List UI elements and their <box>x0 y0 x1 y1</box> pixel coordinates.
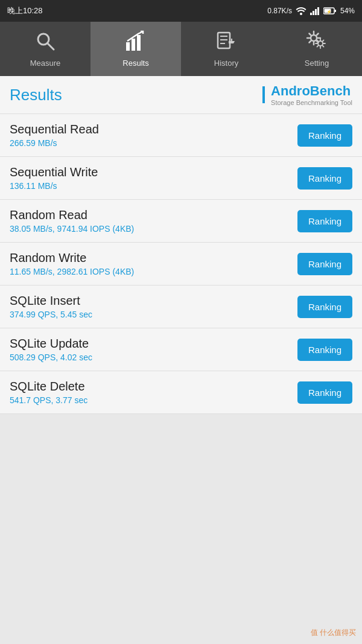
signal-icon <box>310 7 320 15</box>
svg-text:⚡: ⚡ <box>326 9 332 14</box>
tab-results[interactable]: Results <box>91 22 181 76</box>
measure-icon <box>34 30 56 55</box>
ranking-button-4[interactable]: Ranking <box>297 296 352 318</box>
ranking-button-3[interactable]: Ranking <box>297 253 352 275</box>
result-name: SQLite Insert <box>10 294 92 308</box>
tab-measure[interactable]: Measure <box>0 22 91 76</box>
tab-history-label: History <box>214 59 238 68</box>
tab-measure-label: Measure <box>30 59 61 68</box>
result-item-sqlite-insert: SQLite Insert 374.99 QPS, 5.45 sec Ranki… <box>0 285 362 328</box>
results-list: Sequential Read 266.59 MB/s Ranking Sequ… <box>0 114 362 414</box>
history-icon <box>215 30 237 55</box>
result-name: Random Write <box>10 251 134 265</box>
battery-icon: ⚡ <box>323 7 337 14</box>
result-info: Random Read 38.05 MB/s, 9741.94 IOPS (4K… <box>10 208 134 234</box>
brand-rest: Bench <box>310 83 351 98</box>
result-name: SQLite Delete <box>10 380 87 394</box>
result-value: 38.05 MB/s, 9741.94 IOPS (4KB) <box>10 224 134 234</box>
results-icon <box>125 30 147 55</box>
result-item-sequential-read: Sequential Read 266.59 MB/s Ranking <box>0 114 362 157</box>
result-info: Sequential Write 136.11 MB/s <box>10 165 98 191</box>
wifi-icon <box>296 7 306 15</box>
svg-point-20 <box>311 35 317 41</box>
page-title: Results <box>10 86 62 104</box>
nav-tabs: Measure Results History <box>0 22 362 76</box>
network-speed: 0.87K/s <box>267 7 292 15</box>
svg-line-10 <box>48 43 54 49</box>
result-item-sequential-write: Sequential Write 136.11 MB/s Ranking <box>0 157 362 200</box>
result-info: SQLite Delete 541.7 QPS, 3.77 sec <box>10 380 87 405</box>
result-value: 266.59 MB/s <box>10 138 99 148</box>
result-info: Random Write 11.65 MB/s, 2982.61 IOPS (4… <box>10 251 134 276</box>
result-item-random-read: Random Read 38.05 MB/s, 9741.94 IOPS (4K… <box>0 200 362 243</box>
result-info: SQLite Update 508.29 QPS, 4.02 sec <box>10 337 92 362</box>
ranking-button-0[interactable]: Ranking <box>297 124 352 147</box>
result-value: 508.29 QPS, 4.02 sec <box>10 352 92 362</box>
svg-rect-3 <box>315 9 317 15</box>
svg-point-0 <box>300 13 302 15</box>
status-right: 0.87K/s ⚡ 54% <box>267 7 355 15</box>
result-name: Random Read <box>10 208 134 222</box>
result-info: SQLite Insert 374.99 QPS, 5.45 sec <box>10 294 92 319</box>
tab-setting-label: Setting <box>305 59 329 68</box>
svg-rect-13 <box>137 35 141 51</box>
tab-setting[interactable]: Setting <box>272 22 362 76</box>
svg-rect-7 <box>334 10 336 12</box>
svg-rect-11 <box>126 42 130 51</box>
brand-name: AndroBench <box>271 83 352 99</box>
result-value: 541.7 QPS, 3.77 sec <box>10 395 87 405</box>
result-item-random-write: Random Write 11.65 MB/s, 2982.61 IOPS (4… <box>0 243 362 285</box>
battery-percent: 54% <box>340 7 355 15</box>
result-name: SQLite Update <box>10 337 92 351</box>
result-info: Sequential Read 266.59 MB/s <box>10 123 99 148</box>
page-header: Results AndroBench Storage Benchmarking … <box>0 76 362 114</box>
result-value: 374.99 QPS, 5.45 sec <box>10 310 92 319</box>
svg-rect-4 <box>317 7 319 15</box>
status-time: 晚上10:28 <box>7 5 43 16</box>
watermark-text: 什么值得买 <box>320 628 356 637</box>
tab-results-label: Results <box>122 59 148 68</box>
ranking-button-5[interactable]: Ranking <box>297 339 352 361</box>
watermark: 值 什么值得买 <box>311 628 356 638</box>
result-value: 136.11 MB/s <box>10 181 98 191</box>
svg-marker-18 <box>229 41 235 43</box>
ranking-button-2[interactable]: Ranking <box>297 210 352 232</box>
result-name: Sequential Write <box>10 165 98 179</box>
brand: AndroBench Storage Benchmarking Tool <box>262 83 352 106</box>
svg-rect-2 <box>313 11 314 15</box>
watermark-icon: 值 <box>311 628 318 637</box>
ranking-button-6[interactable]: Ranking <box>297 381 352 404</box>
tab-history[interactable]: History <box>181 22 272 76</box>
result-name: Sequential Read <box>10 123 99 136</box>
ranking-button-1[interactable]: Ranking <box>297 167 352 190</box>
result-item-sqlite-update: SQLite Update 508.29 QPS, 4.02 sec Ranki… <box>0 328 362 371</box>
brand-subtitle: Storage Benchmarking Tool <box>271 99 352 106</box>
svg-rect-1 <box>310 13 312 15</box>
brand-highlight: Andro <box>271 83 310 98</box>
setting-icon <box>306 30 328 55</box>
result-item-sqlite-delete: SQLite Delete 541.7 QPS, 3.77 sec Rankin… <box>0 371 362 414</box>
svg-rect-12 <box>132 39 135 51</box>
brand-accent-bar <box>262 86 265 103</box>
result-value: 11.65 MB/s, 2982.61 IOPS (4KB) <box>10 267 134 276</box>
status-bar: 晚上10:28 0.87K/s ⚡ 54% <box>0 0 362 22</box>
